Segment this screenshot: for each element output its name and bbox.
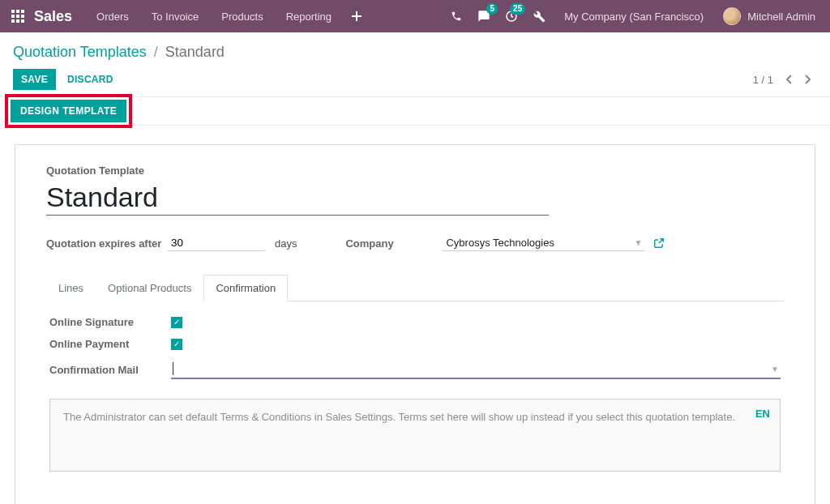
expires-label: Quotation expires after [46, 237, 168, 250]
template-name-input[interactable] [46, 180, 549, 216]
expires-field: Quotation expires after days [46, 235, 297, 251]
breadcrumb: Quotation Templates / Standard [13, 44, 817, 61]
online-signature-label: Online Signature [49, 316, 171, 328]
form-sheet: Quotation Template Quotation expires aft… [15, 144, 815, 504]
confirmation-mail-label: Confirmation Mail [49, 364, 171, 376]
company-switcher[interactable]: My Company (San Francisco) [553, 0, 715, 32]
chevron-down-icon: ▼ [635, 238, 643, 247]
statusbar: DESIGN TEMPLATE [0, 96, 830, 126]
terms-textarea[interactable]: The Administrator can set default Terms … [49, 399, 781, 472]
messages-badge: 5 [486, 3, 498, 15]
expires-suffix: days [265, 237, 297, 250]
tab-optional-products[interactable]: Optional Products [96, 275, 203, 301]
nav-reporting[interactable]: Reporting [275, 0, 343, 32]
confirmation-mail-select[interactable]: ▼ [171, 360, 781, 379]
pager-text[interactable]: 1 / 1 [753, 74, 773, 86]
apps-menu-icon[interactable] [6, 0, 29, 32]
external-link-icon[interactable] [653, 237, 665, 249]
company-select[interactable]: Cybrosys Technologies ▼ [443, 235, 645, 251]
activities-icon[interactable]: 25 [498, 0, 525, 32]
pager: 1 / 1 [753, 70, 817, 88]
nav-to-invoice[interactable]: To Invoice [140, 0, 211, 32]
breadcrumb-current: Standard [165, 44, 225, 60]
highlight-annotation: DESIGN TEMPLATE [5, 94, 132, 128]
avatar [723, 7, 741, 25]
title-label: Quotation Template [46, 164, 784, 177]
text-cursor [173, 362, 173, 375]
pager-next-icon[interactable] [799, 70, 817, 88]
form-scroll-area[interactable]: Quotation Template Quotation expires aft… [0, 135, 830, 504]
discard-button[interactable]: DISCARD [59, 69, 122, 90]
phone-icon[interactable] [443, 0, 470, 32]
activities-badge: 25 [510, 3, 525, 15]
navbar-right: 5 25 My Company (San Francisco) Mitchell… [443, 0, 824, 32]
actions-row: SAVE DISCARD 1 / 1 [13, 69, 817, 90]
control-panel: Quotation Templates / Standard SAVE DISC… [0, 32, 830, 96]
online-payment-checkbox[interactable]: ✓ [171, 339, 182, 350]
chevron-down-icon: ▼ [771, 365, 779, 374]
tabset: Lines Optional Products Confirmation [46, 274, 784, 301]
expires-input[interactable] [168, 235, 265, 251]
save-button[interactable]: SAVE [13, 69, 56, 90]
messaging-icon[interactable]: 5 [470, 0, 498, 32]
online-payment-label: Online Payment [49, 338, 171, 350]
pager-prev-icon[interactable] [780, 70, 798, 88]
breadcrumb-root[interactable]: Quotation Templates [13, 44, 147, 60]
company-field: Company Cybrosys Technologies ▼ [345, 235, 784, 251]
app-brand[interactable]: Sales [29, 8, 85, 25]
debug-icon[interactable] [525, 0, 553, 32]
breadcrumb-separator: / [151, 44, 161, 60]
user-menu[interactable]: Mitchell Admin [715, 0, 824, 32]
language-button[interactable]: EN [755, 408, 770, 420]
new-icon[interactable] [343, 0, 370, 32]
top-navbar: Sales Orders To Invoice Products Reporti… [0, 0, 830, 32]
design-template-button[interactable]: DESIGN TEMPLATE [11, 100, 126, 122]
tab-confirmation[interactable]: Confirmation [203, 275, 288, 301]
terms-placeholder: The Administrator can set default Terms … [63, 411, 735, 423]
tab-confirmation-pane: Online Signature ✓ Online Payment ✓ Conf… [46, 301, 784, 486]
nav-orders[interactable]: Orders [85, 0, 140, 32]
tab-lines[interactable]: Lines [46, 275, 96, 301]
online-signature-checkbox[interactable]: ✓ [171, 317, 182, 328]
nav-products[interactable]: Products [210, 0, 274, 32]
company-label: Company [345, 237, 443, 250]
company-value: Cybrosys Technologies [446, 237, 554, 249]
navbar-left: Sales Orders To Invoice Products Reporti… [6, 0, 370, 32]
user-name: Mitchell Admin [747, 11, 815, 23]
